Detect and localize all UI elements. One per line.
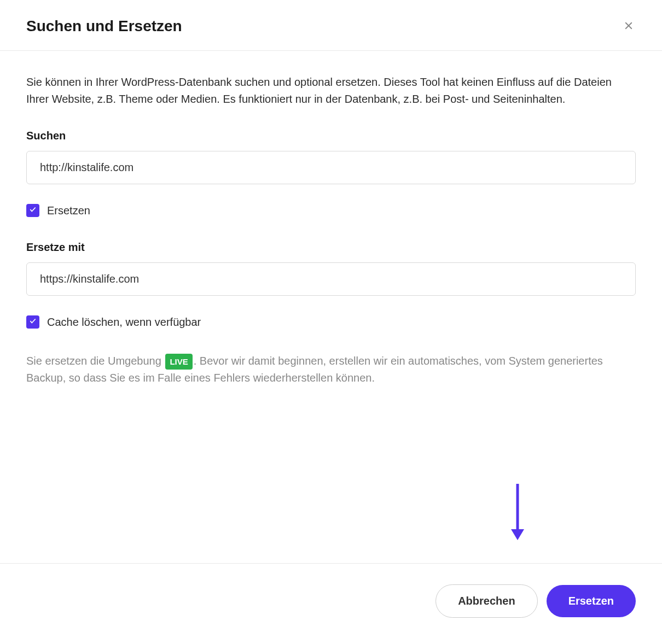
description-text: Sie können in Ihrer WordPress-Datenbank … [26,74,636,108]
info-prefix: Sie ersetzen die Umgebung [26,355,164,367]
search-label: Suchen [26,130,636,142]
search-input[interactable] [26,151,636,184]
clear-cache-checkbox[interactable] [26,315,39,329]
modal-header: Suchen und Ersetzen [0,0,662,51]
check-icon [29,206,37,215]
replace-checkbox-row: Ersetzen [26,204,636,217]
check-icon [29,317,37,327]
replace-checkbox[interactable] [26,204,39,217]
arrow-indicator-icon [507,481,529,543]
clear-cache-checkbox-label: Cache löschen, wenn verfügbar [47,316,201,329]
live-badge: LIVE [165,354,192,370]
clear-cache-checkbox-row: Cache löschen, wenn verfügbar [26,315,636,329]
replace-checkbox-label: Ersetzen [47,204,90,217]
modal-content: Sie können in Ihrer WordPress-Datenbank … [0,51,662,387]
submit-button[interactable]: Ersetzen [547,585,636,617]
modal-title: Suchen und Ersetzen [26,17,182,35]
modal-footer: Abbrechen Ersetzen [0,563,662,644]
close-button[interactable] [622,19,636,34]
cancel-button[interactable]: Abbrechen [435,584,537,618]
search-field-group: Suchen [26,130,636,184]
info-text: Sie ersetzen die Umgebung LIVE. Bevor wi… [26,353,636,387]
replace-with-field-group: Ersetze mit [26,241,636,296]
replace-with-input[interactable] [26,262,636,296]
svg-marker-3 [511,529,524,540]
close-icon [624,21,634,32]
replace-with-label: Ersetze mit [26,241,636,254]
